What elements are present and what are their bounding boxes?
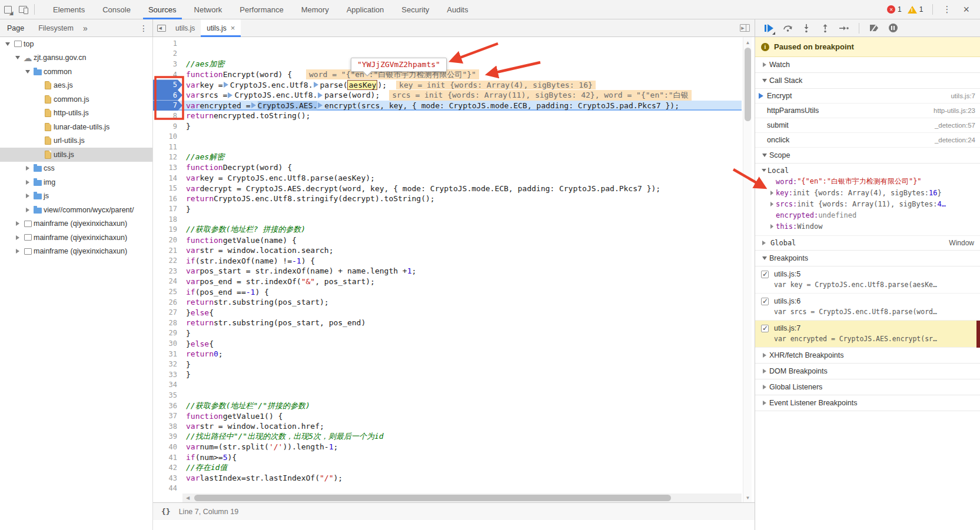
deactivate-breakpoints-icon[interactable] <box>866 21 882 35</box>
inline-step-marker-icon[interactable] <box>224 82 228 88</box>
breakpoint-checkbox[interactable] <box>761 271 769 278</box>
code-line-13[interactable]: 13function Decrypt(word) { <box>153 162 742 173</box>
tree-item-lunar-date-utils.js[interactable]: lunar-date-utils.js <box>0 120 152 134</box>
pause-on-exceptions-icon[interactable] <box>885 21 901 35</box>
code-line-6[interactable]: 6 var srcs = CryptoJS.enc.Utf8.parse(wor… <box>153 90 742 101</box>
code-line-33[interactable]: 33} <box>153 369 742 380</box>
code-line-26[interactable]: 26 return str.substring(pos_start); <box>153 297 742 308</box>
section-xhr-fetch-breakpoints[interactable]: XHR/fetch Breakpoints <box>755 348 980 364</box>
chevron-right-icon[interactable] <box>14 235 22 240</box>
breakpoint-entry-utils.js:7[interactable]: utils.js:7var encrypted = CryptoJS.AES.e… <box>755 321 980 348</box>
code-line-17[interactable]: 17} <box>153 204 742 215</box>
tree-item-http-utils.js[interactable]: http-utils.js <box>0 106 152 121</box>
tree-item-aes.js[interactable]: aes.js <box>0 79 152 93</box>
inline-step-marker-icon[interactable] <box>314 82 318 88</box>
section-call-stack[interactable]: Call Stack <box>755 73 980 89</box>
hide-navigator-icon[interactable] <box>153 19 170 36</box>
code-line-7[interactable]: 7 var encrypted = CryptoJS.AES.encrypt(s… <box>153 101 742 111</box>
tab-filesystem[interactable]: Filesystem <box>31 24 81 32</box>
code-line-24[interactable]: 24 var pos_end = str.indexOf("&", pos_st… <box>153 276 742 287</box>
breakpoint-checkbox[interactable] <box>761 298 769 305</box>
code-line-12[interactable]: 12//aes解密 <box>153 152 742 163</box>
scroll-left-icon[interactable]: ◀ <box>184 494 192 502</box>
section-watch[interactable]: Watch <box>755 57 980 73</box>
tree-item-view-common-wycx-parent-[interactable]: view//common/wycx/parent/ <box>0 203 152 217</box>
more-tabs-icon[interactable]: » <box>81 24 90 33</box>
inspect-element-icon[interactable] <box>0 2 15 16</box>
tree-item-js[interactable]: js <box>0 189 152 204</box>
code-line-36[interactable]: 36//获取参数(地址栏"/"拼接的参数) <box>153 401 742 411</box>
chevron-right-icon[interactable] <box>24 208 32 212</box>
code-line-4[interactable]: 4function Encrypt(word) {word = "{"en":"… <box>153 69 742 80</box>
main-tab-application[interactable]: Application <box>338 0 393 19</box>
tree-item-url-utils.js[interactable]: url-utils.js <box>0 134 152 148</box>
call-stack-frame-submit[interactable]: submit_detection:57 <box>755 118 980 133</box>
error-badge[interactable]: × 1 <box>887 5 902 14</box>
section-event-listener-breakpoints[interactable]: Event Listener Breakpoints <box>755 395 980 411</box>
code-line-22[interactable]: 22 if (str.indexOf(name) != -1) { <box>153 255 742 266</box>
code-line-8[interactable]: 8 return encrypted.toString(); <box>153 111 742 121</box>
code-line-27[interactable]: 27 } else { <box>153 307 742 318</box>
scroll-down-icon[interactable]: ▼ <box>743 494 752 502</box>
inline-step-marker-icon[interactable] <box>318 92 323 98</box>
scope-var-word[interactable]: word: "{"en":"白银市宇力检测有限公司"}" <box>755 176 980 187</box>
main-tab-elements[interactable]: Elements <box>44 0 94 19</box>
section-scope[interactable]: Scope <box>755 148 980 164</box>
code-line-37[interactable]: 37function getValue1() { <box>153 411 742 421</box>
main-tab-network[interactable]: Network <box>185 0 231 19</box>
close-icon[interactable]: × <box>957 4 975 16</box>
code-line-18[interactable]: 18 <box>153 214 742 225</box>
code-line-35[interactable]: 35 <box>153 390 742 401</box>
code-line-41[interactable]: 41 if(num>=5){ <box>153 452 742 463</box>
main-tab-performance[interactable]: Performance <box>231 0 292 19</box>
code-line-19[interactable]: 19//获取参数(地址栏? 拼接的参数) <box>153 225 742 235</box>
scope-var-srcs[interactable]: srcs: init {words: Array(11), sigBytes: … <box>755 198 980 209</box>
code-line-11[interactable]: 11 <box>153 142 742 152</box>
breakpoint-marker[interactable]: 5 <box>153 79 182 90</box>
breakpoint-marker[interactable]: 7 <box>153 101 182 111</box>
editor-tab-utils.js[interactable]: utils.js× <box>201 19 241 36</box>
tree-item-common[interactable]: common <box>0 65 152 79</box>
tree-item-img[interactable]: img <box>0 175 152 189</box>
tree-item-common.js[interactable]: common.js <box>0 92 152 106</box>
chevron-right-icon[interactable] <box>768 224 776 229</box>
step-icon[interactable] <box>836 21 852 35</box>
section-breakpoints[interactable]: Breakpoints <box>755 251 980 266</box>
editor-vertical-scrollbar[interactable]: ▲ ▼ <box>743 37 752 503</box>
code-line-3[interactable]: 3//aes加密 <box>153 59 742 69</box>
tree-item-utils.js[interactable]: utils.js <box>0 148 152 162</box>
chevron-down-icon[interactable] <box>4 42 12 46</box>
navigator-menu-icon[interactable]: ⋮ <box>139 24 148 33</box>
main-tab-security[interactable]: Security <box>393 0 438 19</box>
tree-item-top[interactable]: top <box>0 37 152 51</box>
code-line-42[interactable]: 42 //存在id值 <box>153 462 742 473</box>
code-line-34[interactable]: 34 <box>153 380 742 391</box>
scope-var-encrypted[interactable]: encrypted: undefined <box>755 209 980 221</box>
code-line-5[interactable]: 5 var key = CryptoJS.enc.Utf8.parse(aesK… <box>153 79 742 90</box>
chevron-down-icon[interactable] <box>14 56 22 59</box>
code-line-32[interactable]: 32 } <box>153 359 742 369</box>
breakpoint-entry-utils.js:6[interactable]: utils.js:6var srcs = CryptoJS.enc.Utf8.p… <box>755 294 980 321</box>
chevron-right-icon[interactable] <box>14 249 22 254</box>
inline-step-marker-icon[interactable] <box>228 92 232 98</box>
tree-item-mainframe-qiyexinxichaxun-[interactable]: mainframe (qiyexinxichaxun) <box>0 245 152 259</box>
scope-var-this[interactable]: this: Window <box>755 221 980 232</box>
vertical-scroll-thumb[interactable] <box>745 48 751 121</box>
chevron-right-icon[interactable] <box>768 202 776 206</box>
kebab-menu-icon[interactable]: ⋮ <box>936 4 957 15</box>
code-line-20[interactable]: 20function getValue(name) { <box>153 235 742 245</box>
section-dom-breakpoints[interactable]: DOM Breakpoints <box>755 364 980 379</box>
section-global-listeners[interactable]: Global Listeners <box>755 379 980 395</box>
tree-item-zjt.gansu.gov.cn[interactable]: ☁zjt.gansu.gov.cn <box>0 51 152 65</box>
code-line-15[interactable]: 15 var decrypt = CryptoJS.AES.decrypt(wo… <box>153 183 742 194</box>
chevron-right-icon[interactable] <box>24 166 32 171</box>
chevron-right-icon[interactable] <box>768 191 776 195</box>
tree-item-css[interactable]: css <box>0 162 152 176</box>
main-tab-console[interactable]: Console <box>94 0 139 19</box>
chevron-right-icon[interactable] <box>24 180 32 185</box>
device-toolbar-icon[interactable] <box>15 2 31 16</box>
code-line-31[interactable]: 31 return 0; <box>153 349 742 359</box>
step-out-icon[interactable] <box>818 21 833 35</box>
code-line-30[interactable]: 30 } else { <box>153 338 742 349</box>
code-line-43[interactable]: 43 var lastIndex=str.lastIndexOf("/"); <box>153 473 742 484</box>
